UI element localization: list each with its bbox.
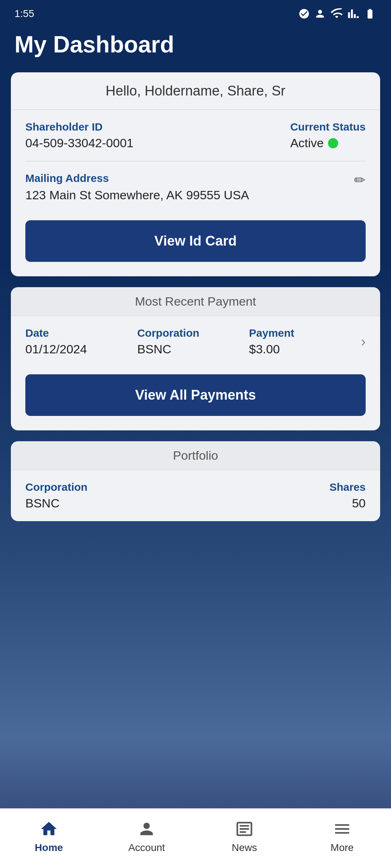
mailing-address-value: 123 Main St Somewhere, AK 99555 USA — [25, 188, 249, 202]
edit-address-button[interactable]: ✏ — [354, 172, 366, 188]
view-all-payments-button[interactable]: View All Payments — [25, 374, 366, 416]
payment-label: Payment — [249, 327, 361, 339]
status-dot — [328, 138, 338, 148]
date-value: 01/12/2024 — [25, 342, 137, 356]
battery-icon — [363, 8, 377, 20]
nav-account-label: Account — [128, 842, 165, 854]
corporation-label-payment: Corporation — [137, 327, 249, 339]
nav-more-label: More — [331, 842, 354, 854]
portfolio-corporation-group: Corporation BSNC — [25, 481, 88, 510]
address-row: Mailing Address 123 Main St Somewhere, A… — [11, 161, 380, 213]
current-status-label: Current Status — [290, 121, 366, 133]
wifi-icon — [330, 7, 343, 20]
address-group: Mailing Address 123 Main St Somewhere, A… — [25, 172, 249, 202]
home-icon — [39, 820, 58, 838]
more-icon — [333, 820, 352, 838]
portfolio-card: Portfolio Corporation BSNC Shares 50 — [11, 441, 380, 521]
shareholder-id-label: Shareholder ID — [25, 121, 134, 133]
nav-home[interactable]: Home — [0, 820, 98, 854]
greeting-text: Hello, Holdername, Share, Sr — [11, 72, 380, 110]
status-bar: 1:55 — [0, 0, 391, 24]
bottom-nav: Home Account News More — [0, 808, 391, 868]
date-label: Date — [25, 327, 137, 339]
account-icon-status — [314, 8, 326, 20]
status-active-row: Active — [290, 136, 366, 150]
shares-value: 50 — [329, 496, 366, 510]
shares-label: Shares — [329, 481, 366, 493]
portfolio-card-header: Portfolio — [11, 441, 380, 470]
payment-date-col: Date 01/12/2024 — [25, 327, 137, 356]
nav-news[interactable]: News — [196, 820, 293, 854]
chevron-right-icon[interactable]: › — [361, 333, 366, 350]
shareholder-id-group: Shareholder ID 04-509-33042-0001 — [25, 121, 134, 150]
nav-account[interactable]: Account — [98, 820, 196, 854]
payment-corporation-col: Corporation BSNC — [137, 327, 249, 356]
nav-more[interactable]: More — [293, 820, 391, 854]
corporation-value-payment: BSNC — [137, 342, 249, 356]
account-info-row: Shareholder ID 04-509-33042-0001 Current… — [11, 110, 380, 161]
news-icon — [235, 820, 254, 838]
corporation-value-portfolio: BSNC — [25, 496, 88, 510]
payment-amount-col: Payment $3.00 — [249, 327, 361, 356]
account-card: Hello, Holdername, Share, Sr Shareholder… — [11, 72, 380, 276]
time-display: 1:55 — [14, 8, 34, 20]
mailing-address-label: Mailing Address — [25, 172, 249, 184]
signal-icon — [348, 8, 359, 20]
page-title: My Dashboard — [14, 31, 377, 58]
nav-home-label: Home — [35, 842, 63, 854]
corporation-label-portfolio: Corporation — [25, 481, 88, 493]
shareholder-id-value: 04-509-33042-0001 — [25, 136, 134, 150]
payment-value: $3.00 — [249, 342, 361, 356]
payment-card: Most Recent Payment Date 01/12/2024 Corp… — [11, 287, 380, 430]
notification-icon — [298, 8, 310, 20]
payment-details-row[interactable]: Date 01/12/2024 Corporation BSNC Payment… — [11, 316, 380, 367]
status-text: Active — [290, 136, 324, 150]
account-nav-icon — [137, 820, 156, 838]
header: My Dashboard — [0, 24, 391, 72]
payment-card-header: Most Recent Payment — [11, 287, 380, 316]
view-id-card-button[interactable]: View Id Card — [25, 220, 366, 262]
portfolio-details-row: Corporation BSNC Shares 50 — [11, 470, 380, 521]
current-status-group: Current Status Active — [290, 121, 366, 150]
portfolio-shares-group: Shares 50 — [329, 481, 366, 510]
nav-news-label: News — [232, 842, 257, 854]
